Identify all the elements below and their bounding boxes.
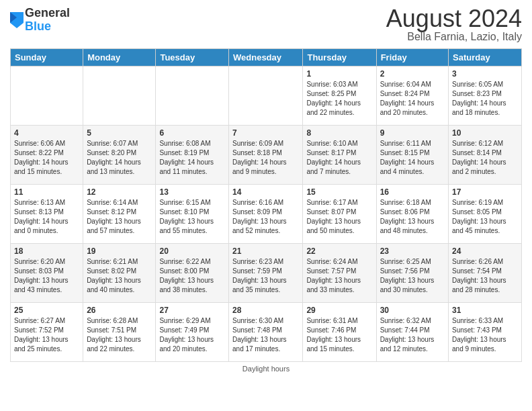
day-number: 30 (380, 306, 445, 315)
day-number: 22 (306, 246, 372, 256)
day-number: 4 (14, 128, 79, 138)
calendar-week-row: 25Sunrise: 6:27 AM Sunset: 7:52 PM Dayli… (11, 303, 522, 362)
day-number: 20 (159, 246, 225, 256)
day-info: Sunrise: 6:24 AM Sunset: 7:57 PM Dayligh… (306, 257, 372, 295)
calendar-cell: 29Sunrise: 6:31 AM Sunset: 7:46 PM Dayli… (303, 303, 376, 362)
calendar-week-row: 1Sunrise: 6:03 AM Sunset: 8:25 PM Daylig… (11, 66, 522, 126)
day-info: Sunrise: 6:29 AM Sunset: 7:49 PM Dayligh… (159, 316, 225, 354)
weekday-header: Wednesday (229, 49, 303, 66)
day-number: 28 (232, 306, 299, 315)
day-number: 27 (159, 306, 225, 315)
calendar-cell: 11Sunrise: 6:13 AM Sunset: 8:13 PM Dayli… (11, 185, 83, 244)
day-info: Sunrise: 6:22 AM Sunset: 8:00 PM Dayligh… (159, 257, 225, 295)
day-number: 11 (14, 187, 79, 197)
day-number: 2 (380, 69, 445, 79)
calendar-cell: 31Sunrise: 6:33 AM Sunset: 7:43 PM Dayli… (449, 303, 522, 362)
calendar-cell: 28Sunrise: 6:30 AM Sunset: 7:48 PM Dayli… (229, 303, 303, 362)
day-number: 18 (14, 246, 79, 256)
day-info: Sunrise: 6:15 AM Sunset: 8:10 PM Dayligh… (159, 198, 225, 236)
day-info: Sunrise: 6:06 AM Sunset: 8:22 PM Dayligh… (14, 139, 79, 177)
day-number: 21 (232, 246, 299, 256)
day-info: Sunrise: 6:09 AM Sunset: 8:18 PM Dayligh… (232, 139, 299, 177)
day-number: 17 (452, 187, 518, 197)
calendar-cell: 19Sunrise: 6:21 AM Sunset: 8:02 PM Dayli… (83, 244, 156, 303)
day-info: Sunrise: 6:23 AM Sunset: 7:59 PM Dayligh… (232, 257, 299, 295)
calendar-cell: 27Sunrise: 6:29 AM Sunset: 7:49 PM Dayli… (156, 303, 229, 362)
day-info: Sunrise: 6:11 AM Sunset: 8:15 PM Dayligh… (380, 139, 445, 177)
calendar-cell (11, 66, 83, 126)
logo-icon (10, 12, 24, 28)
calendar-table: SundayMondayTuesdayWednesdayThursdayFrid… (10, 48, 522, 362)
day-number: 25 (14, 306, 79, 315)
day-number: 13 (159, 187, 225, 197)
day-number: 3 (452, 69, 518, 79)
day-info: Sunrise: 6:20 AM Sunset: 8:03 PM Dayligh… (14, 257, 79, 295)
calendar-cell: 17Sunrise: 6:19 AM Sunset: 8:05 PM Dayli… (449, 185, 522, 244)
calendar-week-row: 18Sunrise: 6:20 AM Sunset: 8:03 PM Dayli… (11, 244, 522, 303)
calendar-week-row: 11Sunrise: 6:13 AM Sunset: 8:13 PM Dayli… (11, 185, 522, 244)
day-info: Sunrise: 6:14 AM Sunset: 8:12 PM Dayligh… (87, 198, 152, 236)
day-info: Sunrise: 6:10 AM Sunset: 8:17 PM Dayligh… (306, 139, 372, 177)
weekday-header: Monday (83, 49, 156, 66)
day-number: 24 (452, 246, 518, 256)
calendar-cell (156, 66, 229, 126)
logo-text: General Blue (25, 7, 70, 34)
day-number: 29 (306, 306, 372, 315)
calendar-week-row: 4Sunrise: 6:06 AM Sunset: 8:22 PM Daylig… (11, 126, 522, 185)
day-number: 23 (380, 246, 445, 256)
calendar-cell (83, 66, 156, 126)
day-number: 7 (232, 128, 299, 138)
calendar-cell: 5Sunrise: 6:07 AM Sunset: 8:20 PM Daylig… (83, 126, 156, 185)
day-info: Sunrise: 6:30 AM Sunset: 7:48 PM Dayligh… (232, 316, 299, 354)
weekday-header: Tuesday (156, 49, 229, 66)
calendar-cell: 14Sunrise: 6:16 AM Sunset: 8:09 PM Dayli… (229, 185, 303, 244)
day-number: 19 (87, 246, 152, 256)
day-info: Sunrise: 6:13 AM Sunset: 8:13 PM Dayligh… (14, 198, 79, 236)
day-number: 10 (452, 128, 518, 138)
day-info: Sunrise: 6:05 AM Sunset: 8:23 PM Dayligh… (452, 80, 518, 118)
calendar-cell: 30Sunrise: 6:32 AM Sunset: 7:44 PM Dayli… (376, 303, 448, 362)
day-number: 9 (380, 128, 445, 138)
day-number: 5 (87, 128, 152, 138)
day-number: 8 (306, 128, 372, 138)
weekday-header: Friday (376, 49, 448, 66)
calendar-cell: 16Sunrise: 6:18 AM Sunset: 8:06 PM Dayli… (376, 185, 448, 244)
day-number: 1 (306, 69, 372, 79)
day-info: Sunrise: 6:18 AM Sunset: 8:06 PM Dayligh… (380, 198, 445, 236)
footer-note: Daylight hours (10, 365, 522, 373)
calendar-cell: 13Sunrise: 6:15 AM Sunset: 8:10 PM Dayli… (156, 185, 229, 244)
calendar-cell: 1Sunrise: 6:03 AM Sunset: 8:25 PM Daylig… (303, 66, 376, 126)
day-number: 26 (87, 306, 152, 315)
title-section: August 2024 Bella Farnia, Lazio, Italy (386, 7, 522, 43)
weekday-header: Thursday (303, 49, 376, 66)
day-info: Sunrise: 6:12 AM Sunset: 8:14 PM Dayligh… (452, 139, 518, 177)
location: Bella Farnia, Lazio, Italy (386, 31, 522, 43)
calendar-cell: 24Sunrise: 6:26 AM Sunset: 7:54 PM Dayli… (449, 244, 522, 303)
day-info: Sunrise: 6:28 AM Sunset: 7:51 PM Dayligh… (87, 316, 152, 354)
calendar-cell (229, 66, 303, 126)
day-info: Sunrise: 6:33 AM Sunset: 7:43 PM Dayligh… (452, 316, 518, 354)
day-number: 15 (306, 187, 372, 197)
day-info: Sunrise: 6:21 AM Sunset: 8:02 PM Dayligh… (87, 257, 152, 295)
calendar-cell: 9Sunrise: 6:11 AM Sunset: 8:15 PM Daylig… (376, 126, 448, 185)
calendar-cell: 23Sunrise: 6:25 AM Sunset: 7:56 PM Dayli… (376, 244, 448, 303)
logo: General Blue (10, 7, 70, 34)
day-info: Sunrise: 6:32 AM Sunset: 7:44 PM Dayligh… (380, 316, 445, 354)
calendar-header-row: SundayMondayTuesdayWednesdayThursdayFrid… (11, 49, 522, 66)
day-info: Sunrise: 6:31 AM Sunset: 7:46 PM Dayligh… (306, 316, 372, 354)
day-number: 6 (159, 128, 225, 138)
calendar-cell: 4Sunrise: 6:06 AM Sunset: 8:22 PM Daylig… (11, 126, 83, 185)
calendar-cell: 7Sunrise: 6:09 AM Sunset: 8:18 PM Daylig… (229, 126, 303, 185)
calendar-cell: 15Sunrise: 6:17 AM Sunset: 8:07 PM Dayli… (303, 185, 376, 244)
calendar-cell: 26Sunrise: 6:28 AM Sunset: 7:51 PM Dayli… (83, 303, 156, 362)
calendar-cell: 3Sunrise: 6:05 AM Sunset: 8:23 PM Daylig… (449, 66, 522, 126)
day-number: 31 (452, 306, 518, 315)
calendar-cell: 10Sunrise: 6:12 AM Sunset: 8:14 PM Dayli… (449, 126, 522, 185)
calendar-cell: 22Sunrise: 6:24 AM Sunset: 7:57 PM Dayli… (303, 244, 376, 303)
month-year: August 2024 (386, 7, 522, 31)
calendar-cell: 6Sunrise: 6:08 AM Sunset: 8:19 PM Daylig… (156, 126, 229, 185)
page: General Blue August 2024 Bella Farnia, L… (0, 0, 532, 411)
day-number: 12 (87, 187, 152, 197)
calendar-cell: 2Sunrise: 6:04 AM Sunset: 8:24 PM Daylig… (376, 66, 448, 126)
day-info: Sunrise: 6:17 AM Sunset: 8:07 PM Dayligh… (306, 198, 372, 236)
